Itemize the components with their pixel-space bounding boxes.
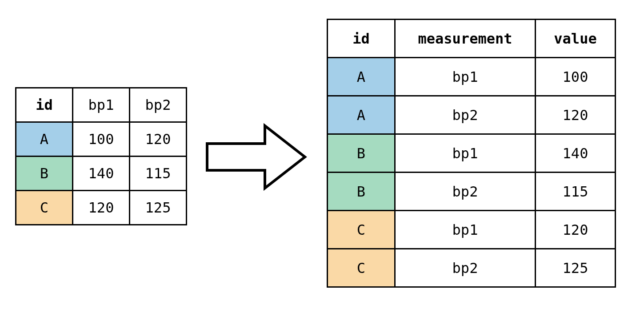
long-cell-id: C: [328, 249, 395, 287]
wide-header-bp2: bp2: [130, 88, 187, 122]
svg-marker-0: [207, 126, 305, 188]
long-cell-measurement: bp1: [395, 134, 536, 173]
wide-cell-bp2: 125: [130, 191, 187, 225]
long-cell-measurement: bp2: [395, 173, 536, 211]
long-header-measurement: measurement: [395, 20, 536, 58]
long-cell-id: B: [328, 134, 395, 173]
long-cell-measurement: bp2: [395, 96, 536, 134]
wide-row-b: B 140 115: [16, 157, 187, 191]
long-header-row: id measurement value: [328, 20, 616, 58]
long-cell-value: 115: [536, 173, 616, 211]
long-header-id: id: [328, 20, 395, 58]
wide-cell-id: A: [16, 122, 73, 157]
long-cell-measurement: bp2: [395, 249, 536, 287]
long-cell-value: 140: [536, 134, 616, 173]
long-cell-id: B: [328, 173, 395, 211]
long-row: C bp2 125: [328, 249, 616, 287]
long-cell-value: 125: [536, 249, 616, 287]
long-cell-id: C: [328, 211, 395, 249]
wide-cell-bp2: 115: [130, 157, 187, 191]
long-cell-value: 120: [536, 96, 616, 134]
wide-cell-id: B: [16, 157, 73, 191]
wide-cell-bp1: 120: [73, 191, 130, 225]
wide-header-row: id bp1 bp2: [16, 88, 187, 122]
long-cell-value: 120: [536, 211, 616, 249]
long-row: A bp2 120: [328, 96, 616, 134]
long-row: A bp1 100: [328, 58, 616, 96]
wide-cell-bp1: 140: [73, 157, 130, 191]
arrow-right-icon: [198, 119, 314, 195]
wide-row-a: A 100 120: [16, 122, 187, 157]
long-header-value: value: [536, 20, 616, 58]
long-row: B bp2 115: [328, 173, 616, 211]
long-cell-id: A: [328, 96, 395, 134]
wide-cell-bp1: 100: [73, 122, 130, 157]
wide-header-id: id: [16, 88, 73, 122]
long-table: id measurement value A bp1 100 A bp2 120…: [327, 19, 616, 288]
wide-cell-bp2: 120: [130, 122, 187, 157]
long-row: C bp1 120: [328, 211, 616, 249]
long-row: B bp1 140: [328, 134, 616, 173]
long-cell-id: A: [328, 58, 395, 96]
wide-row-c: C 120 125: [16, 191, 187, 225]
wide-header-bp1: bp1: [73, 88, 130, 122]
long-cell-measurement: bp1: [395, 58, 536, 96]
wide-cell-id: C: [16, 191, 73, 225]
diagram-stage: id bp1 bp2 A 100 120 B 140 115 C 120 125…: [0, 0, 644, 309]
long-cell-measurement: bp1: [395, 211, 536, 249]
wide-table: id bp1 bp2 A 100 120 B 140 115 C 120 125: [15, 87, 187, 225]
long-cell-value: 100: [536, 58, 616, 96]
